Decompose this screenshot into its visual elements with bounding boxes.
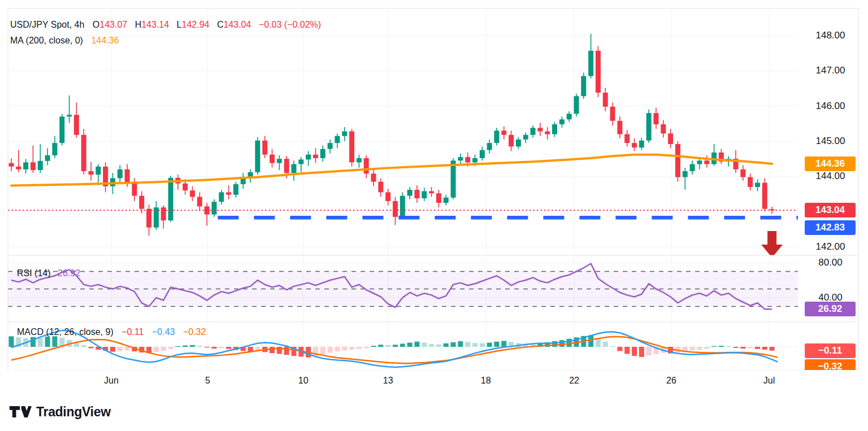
- time-tick-label: 26: [666, 376, 676, 386]
- macd-hist-value: −0.11: [121, 327, 144, 337]
- macd-signal-value: −0.32: [183, 327, 206, 337]
- price-axis[interactable]: 40.0080.00142.00144.00145.00146.00147.00…: [798, 8, 868, 370]
- time-axis[interactable]: Jun51013182226Jul: [0, 370, 868, 395]
- open-label: O: [93, 20, 99, 29]
- time-tick-label: Jul: [763, 376, 775, 386]
- ma-label[interactable]: MA (200, close, 0): [10, 36, 83, 45]
- change-value: −0.03 (−0.02%): [259, 20, 321, 29]
- open-value: 143.07: [99, 20, 127, 29]
- ma-value: 144.36: [91, 36, 119, 45]
- time-tick-label: 18: [481, 376, 491, 386]
- rsi-label[interactable]: RSI (14): [17, 268, 51, 278]
- time-tick-label: 13: [383, 376, 393, 386]
- last-price-badge: 143.04: [805, 203, 856, 217]
- axis-tick-label: 144.00: [802, 170, 858, 182]
- ma-legend: MA (200, close, 0) 144.36: [10, 34, 121, 47]
- macd-label[interactable]: MACD (12, 26, close, 9): [17, 327, 114, 337]
- rsi-value-badge: 26.92: [805, 302, 856, 316]
- high-value: 143.14: [141, 20, 169, 29]
- macd-legend: MACD (12, 26, close, 9) −0.11 −0.43 −0.3…: [17, 326, 208, 338]
- time-tick-label: Jun: [104, 376, 119, 386]
- tradingview-logo-icon: [9, 403, 32, 420]
- ma-price-badge: 144.36: [805, 156, 856, 171]
- low-value: 142.94: [181, 20, 209, 29]
- axis-tick-label: 142.00: [802, 241, 858, 253]
- axis-tick-label: 148.00: [802, 29, 858, 42]
- axis-tick-label: 80.00: [802, 256, 858, 269]
- time-tick-label: 22: [569, 376, 579, 386]
- tradingview-logo-text: TradingView: [36, 404, 111, 420]
- axis-tick-label: 147.00: [802, 64, 858, 77]
- axis-tick-label: 146.00: [802, 100, 858, 112]
- time-tick-label: 5: [205, 376, 210, 386]
- tradingview-logo[interactable]: TradingView: [9, 400, 111, 424]
- close-label: C: [217, 20, 224, 29]
- symbol-title[interactable]: USD/JPY Spot, 4h: [10, 20, 84, 29]
- axis-tick-label: 145.00: [802, 135, 858, 147]
- close-value: 143.04: [223, 20, 251, 29]
- macd-hist-badge: −0.11: [805, 343, 856, 358]
- high-label: H: [135, 20, 142, 29]
- rsi-legend: RSI (14) 26.92: [17, 267, 83, 280]
- rsi-value: 26.92: [58, 268, 80, 278]
- time-tick-label: 10: [298, 376, 309, 386]
- tradingview-chart-page: USD/JPY Spot, 4h O143.07 H143.14 L142.94…: [0, 0, 868, 431]
- symbol-legend: USD/JPY Spot, 4h O143.07 H143.14 L142.94…: [10, 19, 323, 31]
- support-price-badge: 142.83: [805, 220, 856, 235]
- macd-line-value: −0.43: [152, 327, 175, 337]
- macd-signal-badge: −0.32: [805, 359, 856, 370]
